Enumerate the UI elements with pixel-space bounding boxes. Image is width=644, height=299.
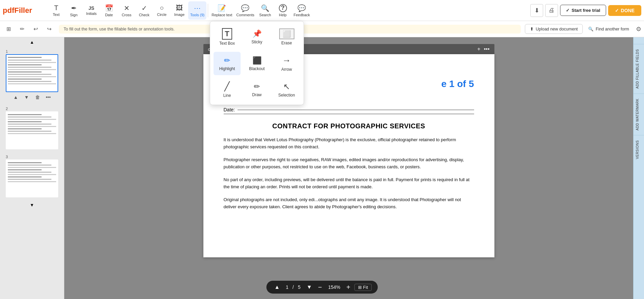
main-area: ▲ 1 ▲ ▼ 🗑 •••: [0, 37, 644, 299]
zoom-out-button[interactable]: −: [318, 284, 322, 291]
search-form-icon: 🔍: [588, 26, 594, 31]
more-options-button[interactable]: •••: [484, 46, 490, 52]
upload-label: Upload new document: [536, 27, 578, 31]
settings-button[interactable]: ⚙: [636, 25, 641, 33]
dropdown-text-box[interactable]: T Text Box: [214, 25, 241, 49]
scroll-up-button[interactable]: ▲: [0, 37, 64, 47]
tool-search[interactable]: 🔍 Search: [257, 1, 274, 20]
tool-replace-text[interactable]: 📝 Replace text: [209, 1, 234, 20]
para-3: No part of any order, including previews…: [224, 176, 474, 191]
right-tab-versions[interactable]: VERSIONS: [634, 135, 644, 164]
date-line-content: Date:: [224, 107, 474, 112]
tool-sign[interactable]: ✒ Sign: [65, 1, 83, 20]
redo-button[interactable]: ↪: [43, 23, 55, 35]
help-label: Help: [279, 13, 287, 17]
para-4: Original photographs are not included, o…: [224, 196, 474, 211]
cross-icon: ✕: [124, 4, 130, 12]
page-thumb-img-2: [6, 111, 58, 149]
right-action-tools: ⬇ 🖨 ✓ Start free trial ✓ DONE: [530, 4, 641, 17]
trial-button[interactable]: ✓ Start free trial: [560, 5, 606, 16]
current-page: 1: [286, 284, 289, 290]
print-icon: 🖨: [549, 7, 555, 14]
app-logo[interactable]: pdfFiller: [3, 6, 43, 15]
page-number-1: 1: [6, 49, 58, 54]
zoom-level: 154%: [326, 284, 342, 290]
search-icon: 🔍: [261, 4, 269, 12]
tool-date-label: Date: [105, 13, 113, 17]
dropdown-highlight[interactable]: ✏ Highlight: [214, 52, 241, 75]
find-form-button[interactable]: 🔍 Find another form: [585, 24, 632, 34]
add-page-button[interactable]: +: [477, 46, 480, 52]
tool-circle-label: Circle: [157, 13, 166, 17]
tool-text[interactable]: T Text: [47, 1, 65, 20]
right-tab-watermark[interactable]: ADD WATERMARK: [634, 93, 644, 135]
edit-page-button[interactable]: ✏: [16, 23, 28, 35]
feedback-icon: 💬: [297, 4, 306, 12]
print-button[interactable]: 🖨: [545, 4, 558, 17]
page-thumb-3[interactable]: 3: [6, 155, 58, 197]
page-thumb-2[interactable]: 2: [6, 107, 58, 149]
tool-initials[interactable]: JS Initials: [83, 1, 100, 20]
download-button[interactable]: ⬇: [530, 4, 543, 17]
zoom-in-button[interactable]: +: [347, 284, 351, 291]
done-button[interactable]: ✓ DONE: [608, 5, 641, 16]
fit-button[interactable]: ⊞ Fit: [354, 284, 372, 291]
date-line: Date:: [224, 107, 474, 114]
dropdown-draw[interactable]: ✏ Draw: [243, 78, 270, 101]
page-thumb-img-1: [6, 54, 58, 92]
tool-check[interactable]: ✓ Check: [135, 1, 153, 20]
contract-title: CONTRACT FOR PHOTOGRAPHIC SERVICES: [224, 122, 474, 130]
upload-document-button[interactable]: ⬆ Upload new document: [525, 24, 583, 34]
page-thumb-1[interactable]: 1 ▲ ▼ 🗑 •••: [6, 49, 58, 101]
tools-dropdown: T Text Box 📌 Sticky ⬜ Erase ✏ Highlight …: [210, 21, 304, 105]
page-number-3: 3: [6, 155, 58, 159]
dropdown-erase[interactable]: ⬜ Erase: [273, 25, 300, 49]
right-sidebar: ADD FILLABLE FIELDS ADD WATERMARK VERSIO…: [633, 37, 644, 299]
dropdown-arrow[interactable]: → Arrow: [273, 52, 300, 75]
replace-text-label: Replace text: [212, 13, 232, 17]
dropdown-sticky[interactable]: 📌 Sticky: [243, 25, 270, 49]
date-icon: 📅: [105, 4, 113, 12]
thumb-up-button[interactable]: ▲: [12, 93, 20, 101]
undo-button[interactable]: ↩: [30, 23, 41, 35]
page-view-button[interactable]: ⊞: [3, 23, 14, 35]
dropdown-selection[interactable]: ↖ Selection: [273, 78, 300, 101]
scroll-down-button[interactable]: ▼: [0, 200, 64, 210]
thumb-more-button[interactable]: •••: [44, 93, 52, 101]
image-icon: 🖼: [176, 4, 183, 12]
comments-label: Comments: [236, 13, 254, 17]
dropdown-blackout[interactable]: ⬛ Blackout: [243, 52, 270, 75]
tool-image[interactable]: 🖼 Image: [171, 1, 188, 20]
initials-icon: JS: [88, 5, 94, 11]
tool-comments[interactable]: 💬 Comments: [234, 1, 256, 20]
para-1: It is understood that Velvet Lotus Photo…: [224, 136, 474, 151]
top-toolbar: pdfFiller T Text ✒ Sign JS Initials 📅 Da…: [0, 0, 644, 21]
tool-check-label: Check: [139, 13, 149, 17]
dropdown-line[interactable]: ╱ Line: [214, 78, 241, 101]
feedback-label: Feedback: [294, 13, 310, 17]
thumb-down-button[interactable]: ▼: [23, 93, 31, 101]
tool-cross[interactable]: ✕ Cross: [118, 1, 135, 20]
tool-circle[interactable]: ○ Circle: [153, 1, 171, 20]
page-down-button[interactable]: ▼: [305, 283, 314, 291]
page-up-button[interactable]: ▲: [272, 283, 282, 291]
blackout-label: Blackout: [249, 66, 265, 71]
sticky-icon: 📌: [252, 29, 262, 38]
date-label: Date:: [224, 107, 235, 112]
search-label: Search: [259, 13, 271, 17]
tool-help[interactable]: ? Help: [274, 1, 292, 20]
tool-initials-label: Initials: [86, 12, 96, 16]
tool-feedback[interactable]: 💬 Feedback: [292, 1, 312, 20]
tool-tools[interactable]: ⋯ Tools (9): [188, 1, 206, 20]
fit-label: Fit: [363, 285, 368, 290]
right-tab-fillable[interactable]: ADD FILLABLE FIELDS: [634, 44, 644, 93]
thumb-delete-button[interactable]: 🗑: [34, 93, 42, 101]
arrow-icon: →: [282, 55, 291, 66]
edit-page-icon: ✏: [20, 26, 24, 32]
text-box-icon: T: [222, 28, 232, 40]
highlight-label: Highlight: [219, 66, 235, 71]
replace-text-icon: 📝: [218, 4, 226, 12]
tool-date[interactable]: 📅 Date: [100, 1, 118, 20]
download-icon: ⬇: [534, 7, 539, 14]
page-number-2: 2: [6, 107, 58, 111]
